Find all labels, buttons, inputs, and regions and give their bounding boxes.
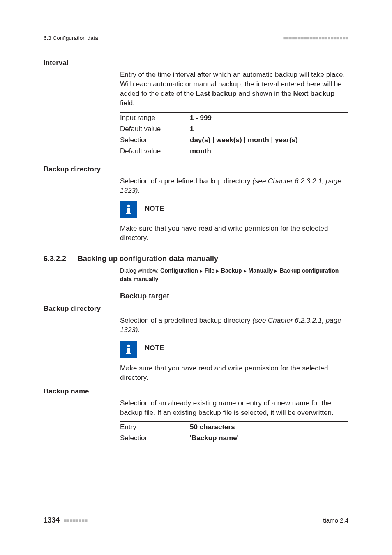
note-label-2: NOTE [145, 344, 348, 354]
table-row: Entry50 characters [120, 422, 348, 433]
section-heading: 6.3.2.2 Backing up configuration data ma… [44, 254, 348, 264]
triangle-icon: ▶ [273, 268, 279, 274]
backup-directory-body-1: Selection of a predefined backup directo… [120, 177, 348, 243]
note-rule-2 [145, 355, 348, 355]
note-label-wrap-2: NOTE [145, 344, 348, 355]
info-icon [120, 341, 137, 358]
backup-directory-heading-1: Backup directory [44, 165, 348, 174]
note-rule-1 [145, 215, 348, 215]
triangle-icon: ▶ [214, 268, 221, 274]
page: 6.3 Configuration data ■■■■■■■■■■■■■■■■■… [0, 0, 392, 555]
triangle-icon: ▶ [198, 268, 205, 274]
page-number: 1334 [44, 516, 60, 524]
backup-directory-section-2: Backup directory Selection of a predefin… [44, 304, 348, 383]
section-number: 6.3.2.2 [44, 254, 66, 264]
backup-directory-section-1: Backup directory Selection of a predefin… [44, 165, 348, 243]
table-row: Input range1 - 999 [120, 112, 348, 123]
running-header-left: 6.3 Configuration data [44, 35, 98, 42]
note-body-1: Make sure that you have read and write p… [120, 224, 348, 243]
interval-heading: Interval [44, 58, 348, 68]
note-label-1: NOTE [145, 204, 348, 215]
note-head-1: NOTE [120, 201, 348, 218]
backup-name-paragraph: Selection of an already existing name or… [120, 399, 348, 418]
table-row: Default value1 [120, 124, 348, 135]
backup-name-section: Backup name Selection of an already exis… [44, 387, 348, 445]
interval-body: Entry of the time interval after which a… [120, 70, 348, 157]
backup-name-body: Selection of an already existing name or… [120, 399, 348, 445]
note-block-1: NOTE Make sure that you have read and wr… [120, 201, 348, 243]
svg-point-1 [127, 345, 130, 347]
footer-ornament: ■■■■■■■■ [64, 518, 88, 523]
interval-paragraph: Entry of the time interval after which a… [120, 70, 348, 108]
table-row: Default valuemonth [120, 146, 348, 157]
interval-spec-table: Input range1 - 999 Default value1 Select… [120, 112, 348, 157]
note-body-2: Make sure that you have read and write p… [120, 364, 348, 383]
note-head-2: NOTE [120, 341, 348, 358]
backup-name-spec-table: Entry50 characters Selection'Backup name… [120, 421, 348, 444]
dialog-path: Dialog window: Configuration▶File▶Backup… [120, 266, 348, 284]
running-header: 6.3 Configuration data ■■■■■■■■■■■■■■■■■… [44, 35, 348, 42]
backup-target-heading: Backup target [120, 291, 348, 301]
footer-left: 1334 ■■■■■■■■ [44, 516, 88, 525]
note-block-2: NOTE Make sure that you have read and wr… [120, 341, 348, 383]
backup-directory-paragraph-1: Selection of a predefined backup directo… [120, 177, 348, 196]
backup-name-heading: Backup name [44, 387, 348, 396]
triangle-icon: ▶ [242, 268, 249, 274]
table-row: Selection'Backup name' [120, 433, 348, 444]
section-title: Backing up configuration data manually [78, 254, 218, 264]
header-ornament: ■■■■■■■■■■■■■■■■■■■■■■ [283, 35, 348, 42]
table-row: Selectionday(s) | week(s) | month | year… [120, 135, 348, 146]
interval-section: Interval Entry of the time interval afte… [44, 58, 348, 157]
svg-point-0 [127, 205, 130, 207]
backup-directory-body-2: Selection of a predefined backup directo… [120, 316, 348, 383]
footer: 1334 ■■■■■■■■ tiamo 2.4 [44, 516, 348, 525]
note-label-wrap-1: NOTE [145, 204, 348, 216]
backup-directory-paragraph-2: Selection of a predefined backup directo… [120, 316, 348, 335]
backup-directory-heading-2: Backup directory [44, 304, 348, 314]
footer-right: tiamo 2.4 [323, 516, 348, 525]
info-icon [120, 201, 137, 218]
